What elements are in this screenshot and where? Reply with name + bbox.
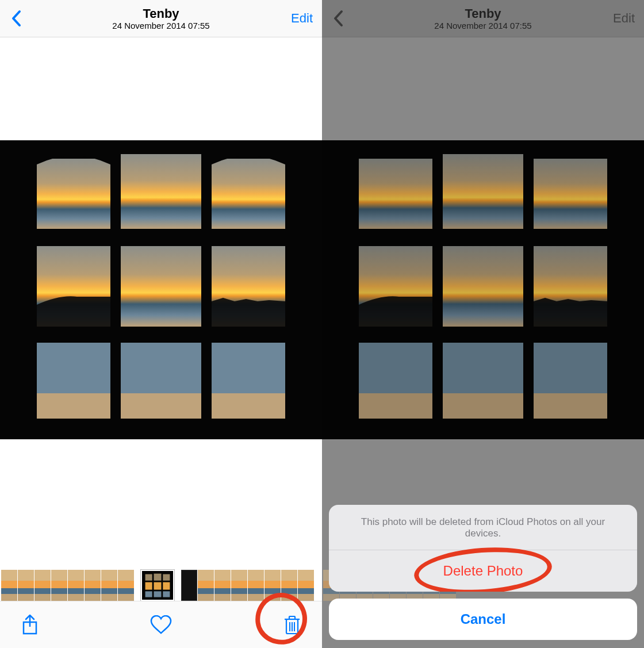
thumbnail[interactable] <box>118 570 134 601</box>
svg-rect-13 <box>110 152 121 422</box>
svg-rect-50 <box>354 229 612 246</box>
nav-title-timestamp: 24 November 2014 07:55 <box>434 21 531 30</box>
svg-rect-31 <box>289 616 295 619</box>
delete-action-sheet: This photo will be deleted from iCloud P… <box>329 505 637 640</box>
svg-rect-5 <box>121 246 201 327</box>
thumbnail[interactable] <box>264 570 281 601</box>
svg-rect-48 <box>432 152 443 422</box>
thumbnail[interactable] <box>1 570 17 601</box>
svg-rect-24 <box>145 591 152 597</box>
thumbnail[interactable] <box>18 570 34 601</box>
edit-button[interactable]: Edit <box>613 11 635 26</box>
svg-rect-12 <box>212 393 285 419</box>
svg-rect-10 <box>37 393 110 419</box>
svg-rect-26 <box>163 591 170 597</box>
cancel-label: Cancel <box>461 611 506 627</box>
thumbnail[interactable] <box>231 570 247 601</box>
photo-viewer[interactable] <box>0 37 322 553</box>
thumbnail[interactable] <box>51 570 67 601</box>
heart-icon <box>150 615 172 635</box>
screen-photo-detail: Tenby 24 November 2014 07:55 Edit <box>0 0 322 648</box>
svg-rect-14 <box>201 152 212 422</box>
bottom-toolbar <box>0 601 322 648</box>
photo-image <box>0 140 322 439</box>
delete-photo-label: Delete Photo <box>443 563 523 579</box>
share-button[interactable] <box>17 612 43 638</box>
photo-viewer <box>322 37 644 553</box>
thumbnail-strip[interactable] <box>0 570 322 601</box>
trash-icon <box>283 615 301 635</box>
share-icon <box>21 614 39 636</box>
svg-rect-25 <box>154 591 161 597</box>
svg-rect-23 <box>163 582 170 590</box>
thumbnail[interactable] <box>101 570 117 601</box>
svg-rect-19 <box>154 574 161 581</box>
thumbnail[interactable] <box>181 570 197 601</box>
thumbnail-selected[interactable] <box>141 570 174 601</box>
thumbnail[interactable] <box>68 570 84 601</box>
chevron-left-icon <box>11 10 22 27</box>
nav-title-location: Tenby <box>434 6 531 21</box>
svg-rect-3 <box>212 159 285 229</box>
svg-rect-15 <box>32 229 290 246</box>
svg-rect-45 <box>359 393 432 419</box>
cancel-button[interactable]: Cancel <box>329 599 637 640</box>
thumbnail[interactable] <box>198 570 214 601</box>
svg-rect-1 <box>37 159 110 229</box>
favorite-button[interactable] <box>148 612 174 638</box>
svg-rect-40 <box>443 246 523 327</box>
svg-rect-22 <box>154 582 161 590</box>
svg-rect-47 <box>534 393 607 419</box>
delete-photo-button[interactable]: Delete Photo <box>329 550 637 592</box>
svg-rect-38 <box>534 159 607 229</box>
thumbnail[interactable] <box>85 570 101 601</box>
svg-rect-20 <box>163 574 170 581</box>
nav-title-timestamp: 24 November 2014 07:55 <box>112 21 209 30</box>
svg-rect-51 <box>354 327 612 343</box>
action-sheet-message: This photo will be deleted from iCloud P… <box>329 505 637 550</box>
svg-rect-37 <box>443 154 523 229</box>
svg-rect-36 <box>359 159 432 229</box>
back-button[interactable] <box>7 9 26 28</box>
nav-title-location: Tenby <box>112 6 209 21</box>
svg-rect-16 <box>32 327 290 343</box>
navbar: Tenby 24 November 2014 07:55 Edit <box>0 0 322 37</box>
photo-image <box>322 140 644 439</box>
thumbnail[interactable] <box>248 570 264 601</box>
svg-rect-46 <box>443 393 523 419</box>
nav-title: Tenby 24 November 2014 07:55 <box>434 6 531 31</box>
thumbnail[interactable] <box>34 570 51 601</box>
svg-rect-21 <box>145 582 152 590</box>
back-button[interactable] <box>329 9 348 28</box>
thumbnail[interactable] <box>298 570 314 601</box>
edit-button[interactable]: Edit <box>291 11 313 26</box>
chevron-left-icon <box>333 10 344 27</box>
thumbnail[interactable] <box>281 570 297 601</box>
svg-rect-2 <box>121 154 201 229</box>
thumbnail[interactable] <box>214 570 231 601</box>
nav-title: Tenby 24 November 2014 07:55 <box>112 6 209 31</box>
svg-rect-49 <box>523 152 534 422</box>
delete-button[interactable] <box>279 612 305 638</box>
navbar: Tenby 24 November 2014 07:55 Edit <box>322 0 644 37</box>
screen-delete-sheet: Tenby 24 November 2014 07:55 Edit <box>322 0 644 648</box>
svg-rect-11 <box>121 393 201 419</box>
action-sheet-panel: This photo will be deleted from iCloud P… <box>329 505 637 592</box>
svg-rect-18 <box>145 574 152 581</box>
